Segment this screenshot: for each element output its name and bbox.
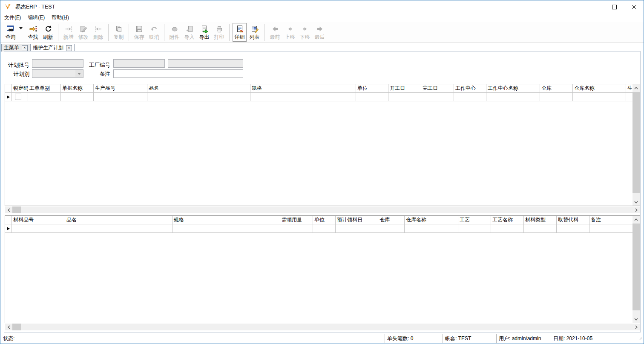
list-button[interactable]: 列表	[247, 23, 262, 42]
title-bar[interactable]: 易杰ERP - TEST	[0, 0, 644, 13]
date-panel: 日期: 2021-10-05	[551, 334, 643, 343]
query-dropdown-button[interactable]	[18, 22, 24, 43]
move-down-button: 下移	[298, 23, 312, 42]
column-header[interactable]: 规格	[250, 84, 356, 93]
toolbar-button-label: 取消	[149, 34, 159, 41]
column-header[interactable]: 单位	[313, 216, 336, 224]
detail-button[interactable]: 详细	[233, 23, 247, 42]
scroll-left-icon[interactable]	[5, 206, 12, 213]
grid-cell	[61, 93, 94, 101]
scroll-down-icon[interactable]	[632, 315, 640, 323]
window-title: 易杰ERP - TEST	[15, 3, 55, 11]
query-button[interactable]: 查询	[3, 23, 17, 42]
refresh-icon	[44, 25, 52, 33]
minimize-button[interactable]	[585, 0, 604, 13]
attachment-icon	[170, 25, 179, 33]
column-header[interactable]: 工单单别	[28, 84, 61, 93]
row-indicator-icon	[7, 95, 10, 99]
resize-grip[interactable]	[638, 336, 642, 342]
column-header[interactable]: 开工日	[388, 84, 421, 93]
column-header[interactable]: 单据名称	[61, 84, 94, 93]
column-header[interactable]: 品名	[147, 84, 250, 93]
row-selector-header	[5, 84, 12, 93]
find-button[interactable]: 查找	[26, 23, 40, 42]
tab-close-icon[interactable]: ×	[66, 45, 72, 51]
toolbar-button-label: 最前	[270, 34, 280, 41]
grid-cell	[356, 93, 388, 101]
lock-checkbox[interactable]	[15, 94, 21, 100]
menu-item-f[interactable]: 文件(F)	[4, 14, 21, 21]
header-grid-horizontal-scrollbar[interactable]	[5, 206, 640, 213]
scrollbar-thumb[interactable]	[12, 206, 21, 213]
grid-cell	[557, 224, 589, 233]
current-row-selector[interactable]	[5, 224, 12, 233]
scrollbar-thumb[interactable]	[632, 92, 640, 193]
column-header[interactable]: 规格	[172, 216, 280, 224]
scroll-right-icon[interactable]	[632, 206, 640, 213]
column-header[interactable]: 仓库名称	[573, 84, 626, 93]
column-header[interactable]: 生产品号	[94, 84, 147, 93]
header-grid-vertical-scrollbar[interactable]	[632, 84, 640, 206]
grid-cell	[336, 224, 378, 233]
plan-batch-label: 计划批号	[0, 61, 29, 69]
factory-no-label: 工厂编号	[81, 61, 110, 69]
column-header[interactable]: 品名	[65, 216, 172, 224]
cancel-button: 取消	[147, 23, 161, 42]
copy-button: 复制	[112, 23, 126, 42]
scroll-up-icon[interactable]	[632, 216, 640, 223]
tab-main-menu[interactable]: 主菜单 ×	[1, 44, 30, 52]
column-header[interactable]: 材料类型	[524, 216, 557, 224]
scrollbar-thumb[interactable]	[12, 324, 21, 330]
column-header[interactable]: 工作中心名称	[486, 84, 540, 93]
detail-icon	[236, 25, 244, 33]
status-panel: 状态:	[1, 334, 385, 343]
scroll-right-icon[interactable]	[632, 324, 640, 330]
column-header[interactable]: 仓库	[378, 216, 405, 224]
export-button[interactable]: 导出	[197, 23, 211, 42]
detail-grid-horizontal-scrollbar[interactable]	[5, 324, 640, 330]
import-button: 导入	[182, 23, 196, 42]
move-up-icon	[286, 25, 294, 33]
column-header[interactable]: 单位	[356, 84, 388, 93]
column-header[interactable]: 工艺	[458, 216, 491, 224]
refresh-button[interactable]: 刷新	[41, 23, 55, 42]
column-header[interactable]: 锁定码	[12, 84, 28, 93]
first-icon	[271, 25, 279, 33]
toolbar-button-label: 详细	[235, 34, 245, 41]
delete-icon	[94, 25, 103, 33]
column-header[interactable]: 仓库	[540, 84, 573, 93]
column-header[interactable]: 工作中心	[454, 84, 486, 93]
menu-item-h[interactable]: 帮助(H)	[52, 14, 69, 21]
current-row-selector[interactable]	[5, 93, 12, 101]
column-header[interactable]: 材料品号	[12, 216, 65, 224]
grid-cell	[405, 224, 458, 233]
column-header[interactable]: 完工日	[421, 84, 454, 93]
query-icon	[6, 25, 15, 33]
grid-cell	[280, 224, 313, 233]
scroll-down-icon[interactable]	[632, 198, 640, 206]
column-header[interactable]: 仓库名称	[405, 216, 458, 224]
copy-icon	[115, 25, 123, 33]
scroll-up-icon[interactable]	[632, 84, 640, 92]
scroll-left-icon[interactable]	[5, 324, 12, 330]
close-button[interactable]	[624, 0, 644, 13]
menu-item-e[interactable]: 编辑(E)	[28, 14, 45, 21]
remark-input[interactable]	[113, 69, 243, 78]
column-header[interactable]: 预计领料日	[336, 216, 378, 224]
plan-type-combobox	[32, 69, 83, 78]
detail-grid-vertical-scrollbar[interactable]	[632, 216, 640, 323]
column-header[interactable]: 需领用量	[280, 216, 313, 224]
column-header[interactable]: 工艺名称	[491, 216, 524, 224]
maximize-button[interactable]	[604, 0, 624, 13]
status-bar: 状态: 单头笔数: 0 帐套: TEST 用户: admin/admin 日期:…	[1, 334, 643, 343]
import-icon	[185, 25, 194, 33]
scrollbar-thumb[interactable]	[632, 224, 640, 310]
column-header[interactable]: 取替代料	[557, 216, 589, 224]
tab-maintain-production-plan[interactable]: 维护生产计划 ×	[30, 44, 75, 52]
add-button: 新增	[61, 23, 75, 42]
toolbar-button-label: 导出	[199, 34, 210, 41]
tab-close-icon[interactable]: ×	[22, 45, 28, 51]
toolbar-separator	[108, 24, 109, 41]
save-button: 保存	[132, 23, 146, 42]
grid-cell	[573, 93, 626, 101]
